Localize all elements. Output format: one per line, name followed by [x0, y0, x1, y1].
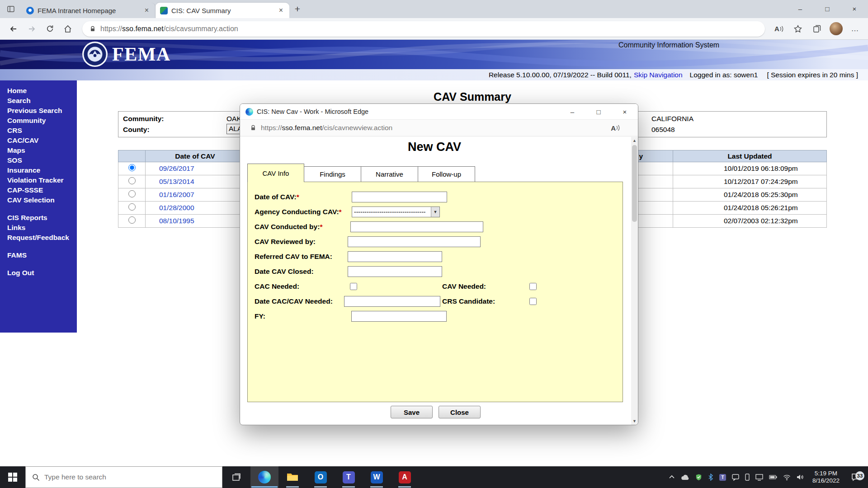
- sidebar-item-cis-reports[interactable]: CIS Reports: [7, 213, 77, 223]
- collections-icon[interactable]: [809, 21, 825, 37]
- sidebar-item-cav-selection[interactable]: CAV Selection: [7, 195, 77, 205]
- dialog-maximize-button[interactable]: □: [585, 104, 612, 119]
- taskbar-edge-button[interactable]: [250, 466, 278, 488]
- window-controls: – □ ×: [787, 0, 868, 17]
- row-select-radio[interactable]: [128, 216, 136, 224]
- scroll-down-icon[interactable]: ▼: [631, 418, 638, 425]
- row-select-radio[interactable]: [128, 190, 136, 197]
- sidebar-item-home[interactable]: Home: [7, 86, 77, 96]
- profile-avatar[interactable]: [828, 21, 844, 37]
- date-cav-closed-input[interactable]: [348, 266, 442, 277]
- window-close-button[interactable]: ×: [841, 0, 868, 17]
- window-minimize-button[interactable]: –: [787, 0, 814, 17]
- onedrive-icon[interactable]: [681, 474, 689, 480]
- logged-in-text: Logged in as: sowen1: [690, 71, 758, 79]
- security-shield-icon[interactable]: [695, 474, 702, 481]
- sidebar-item-search[interactable]: Search: [7, 96, 77, 106]
- sidebar-item-maps[interactable]: Maps: [7, 145, 77, 155]
- fy-input[interactable]: [351, 311, 447, 322]
- taskbar-clock[interactable]: 5:19 PM 8/16/2022: [810, 470, 842, 484]
- cav-needed-checkbox[interactable]: [529, 283, 537, 290]
- tab-actions-icon[interactable]: [0, 0, 22, 18]
- browser-tab-fema-intranet[interactable]: FEMA Intranet Homepage ×: [22, 3, 156, 18]
- cav-date-link[interactable]: 01/16/2007: [159, 191, 194, 198]
- teams-tray-icon[interactable]: T: [719, 474, 726, 481]
- cac-needed-checkbox[interactable]: [350, 283, 357, 290]
- tab-follow-up[interactable]: Follow-up: [418, 166, 475, 182]
- sidebar-item-insurance[interactable]: Insurance: [7, 165, 77, 175]
- scroll-up-icon[interactable]: ▲: [631, 137, 638, 144]
- sidebar-item-sos[interactable]: SOS: [7, 155, 77, 165]
- network-wifi-icon[interactable]: [783, 474, 791, 480]
- sidebar-item-violation-tracker[interactable]: Violation Tracker: [7, 175, 77, 185]
- sidebar-item-cap-ssse[interactable]: CAP-SSSE: [7, 185, 77, 195]
- taskbar-file-explorer-button[interactable]: [278, 466, 307, 488]
- sidebar-item-community[interactable]: Community: [7, 116, 77, 126]
- row-select-radio[interactable]: [128, 177, 136, 184]
- taskbar-search[interactable]: [25, 466, 222, 488]
- skip-navigation-link[interactable]: Skip Navigation: [634, 71, 683, 79]
- task-view-button[interactable]: [222, 466, 250, 488]
- dialog-close-button[interactable]: ×: [612, 104, 638, 119]
- sidebar-item-crs[interactable]: CRS: [7, 126, 77, 136]
- taskbar-teams-button[interactable]: T: [335, 466, 363, 488]
- tab-close-icon[interactable]: ×: [143, 6, 151, 14]
- read-aloud-icon[interactable]: A: [771, 21, 787, 37]
- volume-icon[interactable]: [797, 474, 804, 480]
- cav-reviewed-by-label: CAV Reviewed by:: [255, 238, 344, 246]
- forward-button[interactable]: [24, 21, 40, 37]
- back-button[interactable]: [5, 21, 22, 37]
- sidebar-item-fams[interactable]: FAMS: [7, 250, 77, 260]
- dialog-title-bar[interactable]: CIS: New Cav - Work - Microsoft Edge – □…: [240, 104, 638, 119]
- battery-icon[interactable]: [769, 475, 777, 479]
- settings-more-icon[interactable]: …: [847, 21, 863, 37]
- window-maximize-button[interactable]: □: [814, 0, 841, 17]
- tab-narrative[interactable]: Narrative: [361, 166, 418, 182]
- hidden-icons-chevron[interactable]: [669, 475, 675, 479]
- sidebar-item-links[interactable]: Links: [7, 223, 77, 233]
- dialog-read-aloud-icon[interactable]: A: [611, 124, 620, 132]
- dialog-scrollbar[interactable]: ▲ ▼: [631, 137, 638, 425]
- taskbar-word-button[interactable]: W: [363, 466, 391, 488]
- save-button[interactable]: Save: [391, 406, 433, 418]
- refresh-button[interactable]: [42, 21, 58, 37]
- row-select-radio[interactable]: [128, 203, 136, 211]
- start-button[interactable]: [0, 466, 25, 488]
- crs-candidate-checkbox[interactable]: [529, 298, 537, 305]
- address-bar[interactable]: https://sso.fema.net/cis/cavsummary.acti…: [82, 21, 765, 37]
- cav-date-link[interactable]: 05/13/2014: [159, 178, 194, 185]
- sidebar-item-log-out[interactable]: Log Out: [7, 268, 77, 278]
- scrollbar-thumb[interactable]: [632, 145, 637, 222]
- referred-cav-to-fema-input[interactable]: [348, 251, 442, 262]
- action-center-button[interactable]: 33: [848, 473, 863, 481]
- chat-tray-icon[interactable]: [732, 474, 739, 481]
- favorites-star-icon[interactable]: [790, 21, 806, 37]
- tab-cav-info[interactable]: CAV Info: [247, 164, 304, 182]
- dialog-minimize-button[interactable]: –: [559, 104, 585, 119]
- sidebar-item-request-feedback[interactable]: Request/Feedback: [7, 233, 77, 243]
- date-of-cav-input[interactable]: [352, 192, 447, 202]
- taskbar-search-input[interactable]: [44, 473, 198, 481]
- new-tab-button[interactable]: +: [289, 4, 306, 14]
- taskbar-acrobat-button[interactable]: A: [391, 466, 419, 488]
- row-select-radio[interactable]: [128, 164, 136, 171]
- close-button[interactable]: Close: [439, 406, 481, 418]
- cav-conducted-by-input[interactable]: [350, 221, 483, 232]
- dialog-address-bar[interactable]: https://sso.fema.net/cis/cavnewview.acti…: [240, 119, 638, 136]
- agency-conducting-cav-select[interactable]: ---------------------------------- ▼: [352, 206, 440, 217]
- cav-date-link[interactable]: 01/28/2000: [159, 204, 194, 211]
- date-cac-cav-needed-input[interactable]: [344, 296, 440, 307]
- tab-findings[interactable]: Findings: [304, 166, 361, 182]
- sidebar-item-previous-search[interactable]: Previous Search: [7, 106, 77, 116]
- browser-tab-cav-summary[interactable]: CIS: CAV Summary ×: [156, 3, 289, 18]
- taskbar-outlook-button[interactable]: O: [307, 466, 335, 488]
- sidebar-item-cac-cav[interactable]: CAC/CAV: [7, 136, 77, 145]
- home-button[interactable]: [60, 21, 76, 37]
- display-cast-icon[interactable]: [755, 474, 763, 481]
- cav-date-link[interactable]: 08/10/1995: [159, 217, 194, 225]
- tab-close-icon[interactable]: ×: [277, 6, 285, 14]
- cav-date-link[interactable]: 09/26/2017: [159, 164, 194, 172]
- cav-reviewed-by-input[interactable]: [348, 236, 481, 247]
- phone-link-icon[interactable]: [745, 474, 750, 481]
- bluetooth-icon[interactable]: [708, 474, 713, 481]
